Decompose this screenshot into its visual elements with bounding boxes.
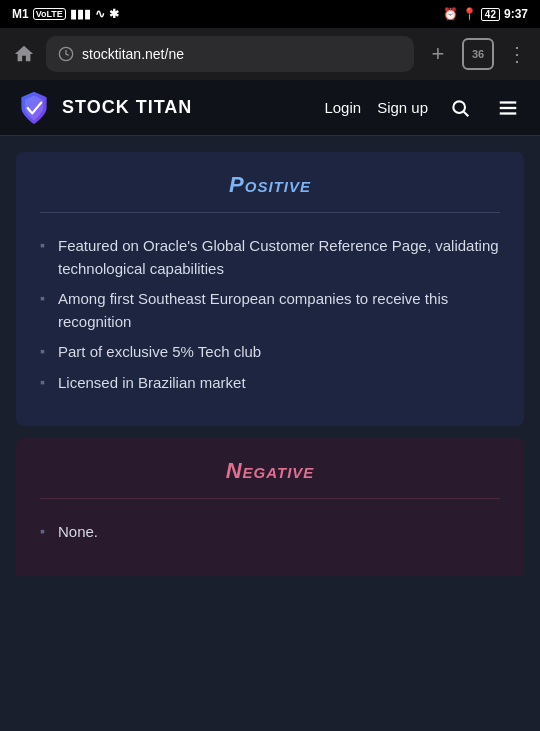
tabs-count-button[interactable]: 36 <box>462 38 494 70</box>
main-content: Positive Featured on Oracle's Global Cus… <box>0 152 540 576</box>
list-item: Licensed in Brazilian market <box>40 368 500 399</box>
list-item: None. <box>40 517 500 548</box>
status-right: ⏰ 📍 42 9:37 <box>443 7 528 21</box>
alarm-icon: ⏰ <box>443 7 458 21</box>
list-item: Featured on Oracle's Global Customer Ref… <box>40 231 500 284</box>
security-icon <box>56 44 76 64</box>
status-bar: M1 VoLTE ▮▮▮ ∿ ✱ ⏰ 📍 42 9:37 <box>0 0 540 28</box>
negative-title: Negative <box>40 458 500 484</box>
address-bar[interactable]: stocktitan.net/ne <box>46 36 414 72</box>
time-display: 9:37 <box>504 7 528 21</box>
site-header: STOCK TITAN Login Sign up <box>0 80 540 136</box>
list-item: Part of exclusive 5% Tech club <box>40 337 500 368</box>
positive-section: Positive Featured on Oracle's Global Cus… <box>16 152 524 426</box>
negative-section: Negative None. <box>16 438 524 576</box>
volte-badge: VoLTE <box>33 8 66 20</box>
hamburger-menu-button[interactable] <box>492 92 524 124</box>
header-nav: Login Sign up <box>324 92 524 124</box>
logo-text: STOCK TITAN <box>62 97 192 118</box>
list-item: Among first Southeast European companies… <box>40 284 500 337</box>
carrier-label: M1 <box>12 7 29 21</box>
positive-divider <box>40 212 500 213</box>
status-left: M1 VoLTE ▮▮▮ ∿ ✱ <box>12 7 119 21</box>
new-tab-button[interactable]: + <box>422 38 454 70</box>
location-icon: 📍 <box>462 7 477 21</box>
positive-bullet-list: Featured on Oracle's Global Customer Ref… <box>40 231 500 398</box>
more-menu-button[interactable]: ⋮ <box>502 40 530 68</box>
battery-icon: 42 <box>481 8 500 21</box>
signal-icon: ▮▮▮ <box>70 7 91 21</box>
negative-bullet-list: None. <box>40 517 500 548</box>
logo-shield-icon <box>16 90 52 126</box>
search-button[interactable] <box>444 92 476 124</box>
negative-divider <box>40 498 500 499</box>
home-button[interactable] <box>10 40 38 68</box>
login-link[interactable]: Login <box>324 99 361 116</box>
url-text: stocktitan.net/ne <box>82 46 404 62</box>
positive-title: Positive <box>40 172 500 198</box>
bluetooth-icon: ✱ <box>109 7 119 21</box>
logo-area: STOCK TITAN <box>16 90 192 126</box>
svg-line-2 <box>464 111 469 116</box>
browser-chrome: stocktitan.net/ne + 36 ⋮ <box>0 28 540 80</box>
signup-link[interactable]: Sign up <box>377 99 428 116</box>
wifi-icon: ∿ <box>95 7 105 21</box>
svg-point-1 <box>453 101 465 113</box>
